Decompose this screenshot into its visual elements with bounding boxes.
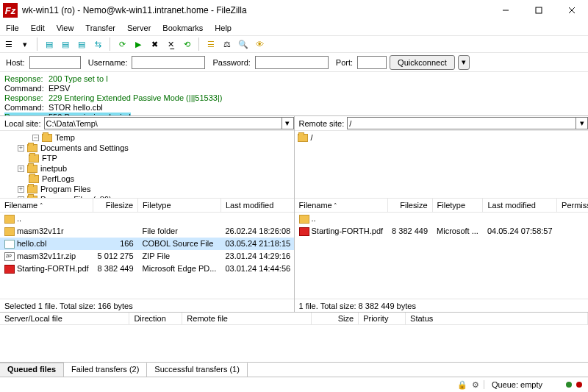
sitemanager-icon[interactable]: ☰ [1,37,16,51]
toggle-queue-icon[interactable]: ⇆ [90,37,105,51]
menu-server[interactable]: Server [121,22,157,34]
file-row[interactable]: masm32v11rFile folder26.02.24 18:26:08 [0,225,294,238]
log-label: Response: [4,74,49,84]
menu-file[interactable]: File [0,22,25,34]
tab-successful[interactable]: Successful transfers (1) [147,363,248,377]
col-direction[interactable]: Direction [129,313,182,325]
expand-icon[interactable]: + [18,186,24,193]
app-icon: Fz [3,3,18,18]
tree-node[interactable]: Temp [55,132,75,143]
tree-node[interactable]: inetpub [40,163,67,174]
toolbar-separator [198,38,199,51]
username-input[interactable] [132,56,205,69]
folder-icon [27,144,37,152]
file-row[interactable]: .. [295,212,589,225]
folder-icon [42,134,52,142]
log-label: Command: [4,84,49,93]
tree-node[interactable]: / [311,132,313,143]
remote-path-input[interactable] [347,117,576,129]
password-input[interactable] [255,56,329,69]
lock-icon[interactable]: 🔒 [457,380,467,390]
log-msg: 200 Type set to I [49,74,108,84]
col-filetype[interactable]: Filetype [138,199,221,212]
col-modified[interactable]: Last modified [483,199,557,212]
toggle-log-icon[interactable]: ▤ [42,37,57,51]
file-row[interactable]: masm32v11r.zip5 012 275ZIP File23.01.24 … [0,250,294,263]
toggle-remote-tree-icon[interactable]: ▤ [74,37,89,51]
disconnect-icon[interactable]: ✕̲ [163,37,178,51]
col-filesize[interactable]: Filesize [387,199,432,212]
folder-icon [298,134,308,142]
zip-icon [4,252,15,261]
tree-node[interactable]: Documents and Settings [40,143,129,153]
minimize-button[interactable] [489,0,522,21]
reconnect-icon[interactable]: ⟲ [179,37,194,51]
folder-icon [27,185,37,193]
status-dot-red [576,382,582,388]
local-path-dropdown[interactable]: ▾ [282,117,294,129]
local-file-list[interactable]: Filename Filesize Filetype Last modified… [0,199,294,299]
file-row[interactable]: .. [0,212,294,225]
folder-icon [29,154,39,163]
file-row[interactable]: Starting-FORTH.pdf8 382 449Microsoft Edg… [0,263,294,275]
file-row[interactable]: hello.cbl166COBOL Source File03.05.24 21… [0,238,294,250]
transfer-queue[interactable]: Server/Local file Direction Remote file … [0,313,588,363]
col-filesize[interactable]: Filesize [93,199,138,212]
tab-queued[interactable]: Queued files [0,363,64,377]
expand-icon[interactable]: + [18,165,24,172]
expand-icon[interactable]: + [18,145,24,152]
toolbar-separator [110,38,110,51]
compare-icon[interactable]: ⚖ [220,37,234,51]
folder-icon [27,165,37,173]
process-queue-icon[interactable]: ▶ [131,37,146,51]
tree-node[interactable]: PerfLogs [42,174,74,184]
col-serverlocal[interactable]: Server/Local file [0,313,129,325]
col-filename[interactable]: Filename [295,199,388,212]
menu-transfer[interactable]: Transfer [79,22,121,34]
cancel-icon[interactable]: ✖ [147,37,162,51]
menubar: File Edit View Transfer Server Bookmarks… [0,21,588,35]
remote-tree[interactable]: / [295,131,589,199]
maximize-button[interactable] [522,0,555,21]
col-status[interactable]: Status [406,313,588,325]
log-label: Command: [4,103,49,113]
local-path-input[interactable] [44,117,282,129]
col-modified[interactable]: Last modified [220,199,293,212]
log-msg: 229 Entering Extended Passive Mode (|||5… [49,93,222,103]
menu-help[interactable]: Help [209,22,237,34]
menu-bookmarks[interactable]: Bookmarks [157,22,209,34]
col-filetype[interactable]: Filetype [432,199,483,212]
refresh-icon[interactable]: ⟳ [115,37,129,51]
filter-icon[interactable]: ☰ [204,37,218,51]
tab-failed[interactable]: Failed transfers (2) [64,363,147,377]
message-log[interactable]: Response:200 Type set to I Command:EPSV … [0,72,588,116]
col-filename[interactable]: Filename [0,199,93,212]
toolbar-separator [37,38,37,51]
search-icon[interactable]: 👁 [252,37,267,51]
local-tree[interactable]: –Temp +Documents and Settings FTP +inetp… [0,131,294,199]
remote-path-dropdown[interactable]: ▾ [576,117,588,129]
close-button[interactable] [555,0,588,21]
col-priority[interactable]: Priority [359,313,406,325]
local-site-label: Local site: [4,119,41,128]
col-remotefile[interactable]: Remote file [182,313,312,325]
col-permissions[interactable]: Permissions [557,199,588,212]
remote-file-list[interactable]: Filename Filesize Filetype Last modified… [295,199,589,299]
host-input[interactable] [29,56,81,69]
quickconnect-button[interactable]: Quickconnect [390,55,455,70]
collapse-icon[interactable]: – [32,135,39,141]
sync-browse-icon[interactable]: 🔍 [236,37,251,51]
gear-icon[interactable]: ⚙ [472,380,479,390]
quickconnect-dropdown[interactable]: ▾ [458,55,470,70]
dropdown-icon[interactable]: ▾ [18,37,32,51]
file-icon [4,240,15,249]
menu-view[interactable]: View [51,22,80,34]
toggle-local-tree-icon[interactable]: ▤ [58,37,73,51]
tree-node[interactable]: Program Files [40,184,90,194]
port-input[interactable] [357,56,387,69]
password-label: Password: [212,58,250,67]
tree-node[interactable]: FTP [42,153,57,163]
file-row[interactable]: Starting-FORTH.pdf8 382 449Microsoft ...… [295,225,589,238]
menu-edit[interactable]: Edit [25,22,51,34]
col-size[interactable]: Size [312,313,359,325]
